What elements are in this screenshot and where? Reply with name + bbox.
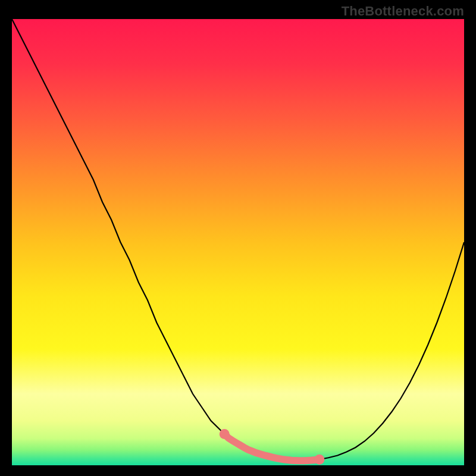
curve-left xyxy=(12,19,301,461)
curve-right xyxy=(301,242,464,461)
chart-frame: TheBottleneck.com xyxy=(0,0,476,476)
highlight-dot-left xyxy=(220,429,230,439)
plot-area xyxy=(12,19,464,465)
highlight-dot-right xyxy=(314,455,324,465)
curve-layer xyxy=(12,19,464,465)
watermark-text: TheBottleneck.com xyxy=(342,4,464,19)
highlight-segment xyxy=(224,434,320,461)
